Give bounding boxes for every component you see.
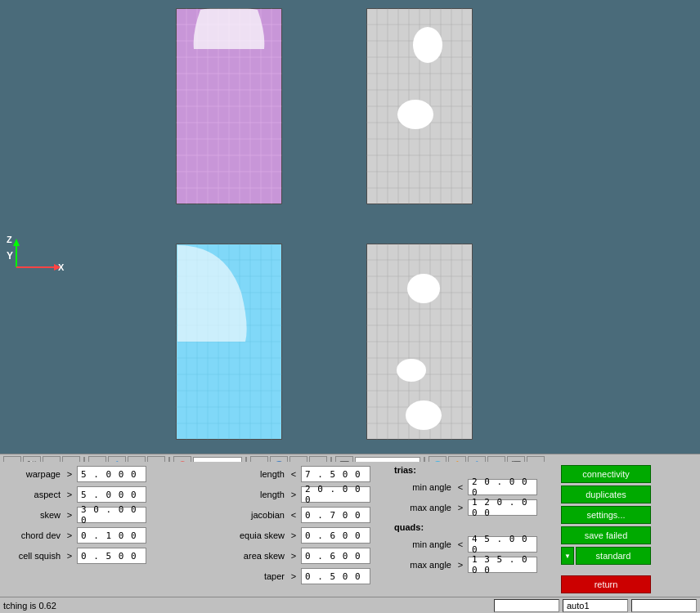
area-skew-value[interactable]: 0 . 6 0 0 <box>301 548 370 564</box>
length-max-op: > <box>288 490 299 499</box>
trias-section-label: trias: <box>394 465 558 475</box>
return-button[interactable]: return <box>561 575 651 593</box>
warpage-row: warpage > 5 . 0 0 0 <box>3 465 224 483</box>
viewport: Y Z X <box>0 0 700 454</box>
equia-skew-label: equia skew <box>227 530 286 540</box>
jacobian-op: < <box>288 510 299 520</box>
svg-point-91 <box>406 400 442 430</box>
taper-value[interactable]: 0 . 5 0 0 <box>301 568 370 584</box>
mesh-panel-top-right <box>366 8 473 204</box>
warpage-op: > <box>64 469 75 479</box>
trias-min-angle-label: min angle <box>394 482 453 492</box>
cell-squish-value[interactable]: 0 . 5 0 0 <box>77 548 146 564</box>
connectivity-button[interactable]: connectivity <box>561 465 651 483</box>
standard-arrow-btn[interactable]: ▼ <box>561 547 574 565</box>
chord-dev-label: chord dev <box>3 530 62 540</box>
jacobian-row: jacobian < 0 . 7 0 0 <box>227 506 391 524</box>
mesh-panel-top-left <box>176 8 282 204</box>
svg-text:X: X <box>58 262 65 272</box>
svg-point-43 <box>413 27 442 63</box>
quads-max-angle-op: > <box>455 560 466 570</box>
taper-op: > <box>288 571 299 581</box>
equia-skew-op: > <box>288 530 299 540</box>
trias-min-angle-row: min angle < 2 0 . 0 0 0 <box>394 478 558 496</box>
jacobian-value[interactable]: 0 . 7 0 0 <box>301 507 370 523</box>
trias-min-angle-value[interactable]: 2 0 . 0 0 0 <box>468 479 537 495</box>
cell-squish-op: > <box>64 551 75 561</box>
length-max-label: length <box>227 490 286 499</box>
length-min-value[interactable]: 7 . 5 0 0 <box>301 466 370 482</box>
equia-skew-row: equia skew > 0 . 6 0 0 <box>227 526 391 544</box>
trias-quads-col: trias: min angle < 2 0 . 0 0 0 max angle… <box>394 465 558 593</box>
quads-min-angle-label: min angle <box>394 539 453 549</box>
length-min-op: < <box>288 469 299 479</box>
svg-point-89 <box>407 274 440 303</box>
aspect-value[interactable]: 5 . 0 0 0 <box>77 486 146 503</box>
taper-row: taper > 0 . 5 0 0 <box>227 567 391 585</box>
trias-max-angle-value[interactable]: 1 2 0 . 0 0 0 <box>468 499 537 516</box>
quads-max-angle-row: max angle > 1 3 5 . 0 0 0 <box>394 556 558 574</box>
status-bar: tching is 0.62 auto1 <box>0 597 700 613</box>
quads-max-angle-value[interactable]: 1 3 5 . 0 0 0 <box>468 557 537 573</box>
chord-dev-op: > <box>64 530 75 540</box>
area-skew-op: > <box>288 551 299 561</box>
quality-metrics-col: warpage > 5 . 0 0 0 aspect > 5 . 0 0 0 s… <box>3 465 224 593</box>
status-field-2[interactable] <box>631 599 697 612</box>
quads-section-label: quads: <box>394 522 558 532</box>
duplicates-button[interactable]: duplicates <box>561 485 651 503</box>
svg-text:Z: Z <box>7 235 12 244</box>
aspect-label: aspect <box>3 490 62 499</box>
area-skew-row: area skew > 0 . 6 0 0 <box>227 547 391 565</box>
aspect-op: > <box>64 490 75 499</box>
middle-metrics-col: length < 7 . 5 0 0 length > 2 0 . 0 0 0 … <box>227 465 391 593</box>
status-auto[interactable]: auto1 <box>563 599 628 612</box>
skew-op: > <box>64 510 75 520</box>
cell-squish-label: cell squish <box>3 551 62 561</box>
chord-dev-value[interactable]: 0 . 1 0 0 <box>77 527 146 544</box>
standard-row: ▼ standard <box>561 547 651 565</box>
warpage-label: warpage <box>3 469 62 479</box>
jacobian-label: jacobian <box>227 510 286 520</box>
status-text: tching is 0.62 <box>3 601 56 611</box>
quads-max-angle-label: max angle <box>394 560 453 570</box>
save-failed-button[interactable]: save failed <box>561 526 651 544</box>
params-panel: warpage > 5 . 0 0 0 aspect > 5 . 0 0 0 s… <box>0 462 700 613</box>
quads-min-angle-value[interactable]: 4 5 . 0 0 0 <box>468 536 537 553</box>
length-min-label: length <box>227 469 286 479</box>
trias-max-angle-op: > <box>455 503 466 512</box>
quads-min-angle-row: min angle < 4 5 . 0 0 0 <box>394 535 558 553</box>
taper-label: taper <box>227 571 286 581</box>
svg-point-90 <box>397 359 426 382</box>
svg-marker-94 <box>13 239 20 246</box>
length-min-row: length < 7 . 5 0 0 <box>227 465 391 483</box>
length-max-value[interactable]: 2 0 . 0 0 0 <box>301 486 370 503</box>
area-skew-label: area skew <box>227 551 286 561</box>
cell-squish-row: cell squish > 0 . 5 0 0 <box>3 547 224 565</box>
chord-dev-row: chord dev > 0 . 1 0 0 <box>3 526 224 544</box>
warpage-value[interactable]: 5 . 0 0 0 <box>77 466 146 482</box>
trias-max-angle-label: max angle <box>394 503 453 512</box>
right-buttons-col: connectivity duplicates settings... save… <box>561 465 651 593</box>
standard-display: standard <box>576 547 651 565</box>
skew-value[interactable]: 3 0 . 0 0 0 <box>77 507 146 523</box>
trias-min-angle-op: < <box>455 482 466 492</box>
trias-max-angle-row: max angle > 1 2 0 . 0 0 0 <box>394 499 558 517</box>
quads-min-angle-op: < <box>455 539 466 549</box>
length-max-row: length > 2 0 . 0 0 0 <box>227 485 391 503</box>
axis-arrows: Z X <box>4 235 65 275</box>
mesh-panel-bottom-right <box>366 244 473 440</box>
aspect-row: aspect > 5 . 0 0 0 <box>3 485 224 503</box>
svg-point-44 <box>397 100 433 129</box>
status-field-1[interactable] <box>494 599 559 612</box>
mesh-panel-bottom-left <box>176 244 282 440</box>
skew-label: skew <box>3 510 62 520</box>
settings-button[interactable]: settings... <box>561 506 651 524</box>
equia-skew-value[interactable]: 0 . 6 0 0 <box>301 527 370 544</box>
skew-row: skew > 3 0 . 0 0 0 <box>3 506 224 524</box>
